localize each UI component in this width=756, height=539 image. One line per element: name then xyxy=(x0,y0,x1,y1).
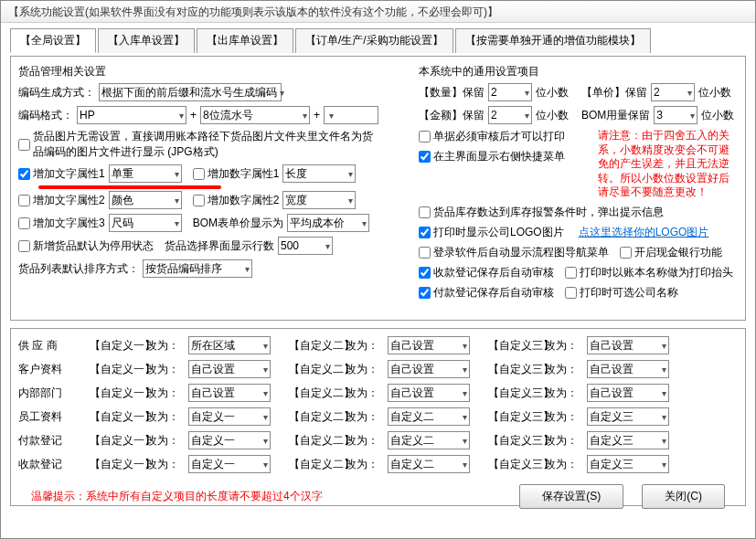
custom-row: 员工资料【自定义一】改为：自定义一【自定义二】改为：自定义二【自定义三】改为：自… xyxy=(18,407,738,426)
group-title-left: 货品管理相关设置 xyxy=(18,64,411,79)
bomqty-label: BOM用量保留 xyxy=(581,108,650,123)
logo-link[interactable]: 点这里选择你的LOGO图片 xyxy=(579,225,709,240)
attr2-checkbox[interactable]: 增加文字属性2 xyxy=(18,193,105,208)
decimal-warning: 请注意：由于四舍五入的关系，小数精度改变会不可避免的产生误差，并且无法逆转。所以… xyxy=(598,129,738,200)
price-label: 【单价】保留 xyxy=(581,85,647,100)
custom1-select[interactable]: 所在区域 xyxy=(188,336,271,354)
gen-label: 编码生成方式： xyxy=(18,85,95,100)
custom1-select[interactable]: 自己设置 xyxy=(188,360,271,378)
qty-label: 【数量】保留 xyxy=(419,85,484,100)
custom3-select[interactable]: 自己设置 xyxy=(587,384,669,402)
cb-payment-autoaudit[interactable]: 付款登记保存后自动审核 xyxy=(419,285,554,301)
num1-checkbox[interactable]: 增加数字属性1 xyxy=(193,166,280,182)
custom-length-warning: 温馨提示：系统中所有自定义项目的长度请不要超过4个汉字 xyxy=(31,489,323,504)
fmt-prefix-select[interactable]: HP xyxy=(77,106,186,124)
window-title: 【系统功能设置(如果软件界面没有对应的功能项则表示该版本的软件没有这个功能，不必… xyxy=(1,1,755,23)
num1-select[interactable]: 长度 xyxy=(282,164,356,183)
cb-print-logo[interactable]: 打印时显示公司LOGO图片 xyxy=(419,225,564,240)
pic-text: 货品图片无需设置，直接调用账本路径下货品图片文件夹里文件名为货品编码的图片文件进… xyxy=(33,129,380,160)
custom3-select[interactable]: 自定义三 xyxy=(587,407,669,426)
sort-label: 货品列表默认排序方式： xyxy=(18,261,139,277)
row-label: 员工资料 xyxy=(18,409,86,425)
gen-mode-select[interactable]: 根据下面的前后缀和流水号生成编码 xyxy=(99,83,282,101)
pic-checkbox[interactable]: 货品图片无需设置，直接调用账本路径下货品图片文件夹里文件名为货品编码的图片文件进… xyxy=(18,129,380,160)
custom3-select[interactable]: 自定义三 xyxy=(587,455,669,473)
custom3-select[interactable]: 自定义三 xyxy=(587,431,669,449)
close-button[interactable]: 关闭(C) xyxy=(642,484,725,509)
sort-select[interactable]: 按货品编码排序 xyxy=(143,259,252,278)
amt-decimals-select[interactable]: 2 xyxy=(488,106,532,124)
fmt-seq-select[interactable]: 8位流水号 xyxy=(200,106,310,124)
row-label: 供 应 商 xyxy=(18,338,86,354)
custom2-select[interactable]: 自己设置 xyxy=(388,336,470,354)
tab-global[interactable]: 【全局设置】 xyxy=(10,28,96,53)
cb-show-quickmenu[interactable]: 在主界面显示右侧快捷菜单 xyxy=(419,149,565,164)
attr3-select[interactable]: 尺码 xyxy=(109,214,182,232)
system-settings-group: 本系统中的通用设置项目 【数量】保留 2 位小数 【单价】保留 2 位小数 【金… xyxy=(419,64,738,312)
row-label: 收款登记 xyxy=(18,457,86,472)
num2-checkbox[interactable]: 增加数字属性2 xyxy=(193,193,280,208)
bomqty-decimals-select[interactable]: 3 xyxy=(654,106,697,124)
tab-outbound[interactable]: 【出库单设置】 xyxy=(197,28,293,53)
cb-show-flowchart[interactable]: 登录软件后自动显示流程图导航菜单 xyxy=(419,245,609,260)
row-label: 客户资料 xyxy=(18,362,86,377)
settings-window: 【系统功能设置(如果软件界面没有对应的功能项则表示该版本的软件没有这个功能，不必… xyxy=(0,0,756,539)
price-decimals-select[interactable]: 2 xyxy=(651,83,695,101)
tab-addon[interactable]: 【按需要单独开通的增值功能模块】 xyxy=(455,28,651,53)
attr2-select[interactable]: 颜色 xyxy=(109,191,182,209)
amt-label: 【金额】保留 xyxy=(419,108,484,123)
custom1-select[interactable]: 自定义一 xyxy=(188,407,271,426)
cb-print-ledgername[interactable]: 打印时以账本名称做为打印抬头 xyxy=(565,265,733,280)
custom2-select[interactable]: 自定义二 xyxy=(388,455,470,473)
custom-row: 供 应 商【自定义一】改为：所在区域【自定义二】改为：自己设置【自定义三】改为：… xyxy=(18,336,738,354)
content: 【全局设置】 【入库单设置】 【出库单设置】 【订单/生产/采购功能设置】 【按… xyxy=(1,23,755,512)
cb-must-audit[interactable]: 单据必须审核后才可以打印 xyxy=(419,129,565,144)
custom1-select[interactable]: 自定义一 xyxy=(188,455,271,473)
custom-row: 内部部门【自定义一】改为：自己设置【自定义二】改为：自己设置【自定义三】改为：自… xyxy=(18,384,738,402)
custom1-select[interactable]: 自定义一 xyxy=(188,431,271,449)
cb-print-company[interactable]: 打印时可选公司名称 xyxy=(565,285,678,301)
custom3-select[interactable]: 自己设置 xyxy=(587,360,669,378)
rows-label: 货品选择界面显示行数 xyxy=(165,238,274,254)
newitem-disabled-checkbox[interactable]: 新增货品默认为停用状态 xyxy=(18,238,154,254)
product-settings-group: 货品管理相关设置 编码生成方式： 根据下面的前后缀和流水号生成编码 编码格式： … xyxy=(18,64,411,312)
bom-price-select[interactable]: 平均成本价 xyxy=(287,214,369,232)
custom2-select[interactable]: 自定义二 xyxy=(388,407,470,426)
custom-row: 付款登记【自定义一】改为：自定义一【自定义二】改为：自定义二【自定义三】改为：自… xyxy=(18,431,738,449)
row-label: 内部部门 xyxy=(18,386,86,401)
row-label: 付款登记 xyxy=(18,433,86,449)
save-button[interactable]: 保存设置(S) xyxy=(519,484,623,509)
num2-select[interactable]: 宽度 xyxy=(282,191,356,209)
custom2-select[interactable]: 自己设置 xyxy=(388,360,470,378)
custom1-select[interactable]: 自己设置 xyxy=(188,384,271,402)
custom2-select[interactable]: 自定义二 xyxy=(388,431,470,449)
tab-order[interactable]: 【订单/生产/采购功能设置】 xyxy=(295,28,453,53)
custom-fields-box: 供 应 商【自定义一】改为：所在区域【自定义二】改为：自己设置【自定义三】改为：… xyxy=(10,328,746,506)
custom-row: 收款登记【自定义一】改为：自定义一【自定义二】改为：自定义二【自定义三】改为：自… xyxy=(18,455,738,473)
tab-bar: 【全局设置】 【入库单设置】 【出库单设置】 【订单/生产/采购功能设置】 【按… xyxy=(10,28,746,53)
tab-inbound[interactable]: 【入库单设置】 xyxy=(98,28,195,53)
fmt-label: 编码格式： xyxy=(18,108,73,123)
custom2-select[interactable]: 自己设置 xyxy=(388,384,470,402)
attr3-checkbox[interactable]: 增加文字属性3 xyxy=(18,216,105,231)
tab-panel-global: 货品管理相关设置 编码生成方式： 根据下面的前后缀和流水号生成编码 编码格式： … xyxy=(10,56,746,321)
cb-receipt-autoaudit[interactable]: 收款登记保存后自动审核 xyxy=(419,265,554,280)
custom3-select[interactable]: 自己设置 xyxy=(587,336,669,354)
bom-label: BOM表单价显示为 xyxy=(193,216,283,231)
highlight-mark xyxy=(38,185,221,189)
custom-row: 客户资料【自定义一】改为：自己设置【自定义二】改为：自己设置【自定义三】改为：自… xyxy=(18,360,738,378)
rows-select[interactable]: 500 xyxy=(278,237,333,255)
fmt-suffix-select[interactable] xyxy=(324,106,378,124)
cb-stock-alert[interactable]: 货品库存数达到库存报警条件时，弹出提示信息 xyxy=(419,205,664,220)
footer-row: 温馨提示：系统中所有自定义项目的长度请不要超过4个汉字 保存设置(S) 关闭(C… xyxy=(18,479,738,514)
cb-enable-cash[interactable]: 开启现金银行功能 xyxy=(620,245,722,260)
attr1-checkbox[interactable]: 增加文字属性1 xyxy=(18,166,105,182)
qty-decimals-select[interactable]: 2 xyxy=(488,83,532,101)
attr1-select[interactable]: 单重 xyxy=(109,164,182,183)
group-title-right: 本系统中的通用设置项目 xyxy=(419,64,738,79)
